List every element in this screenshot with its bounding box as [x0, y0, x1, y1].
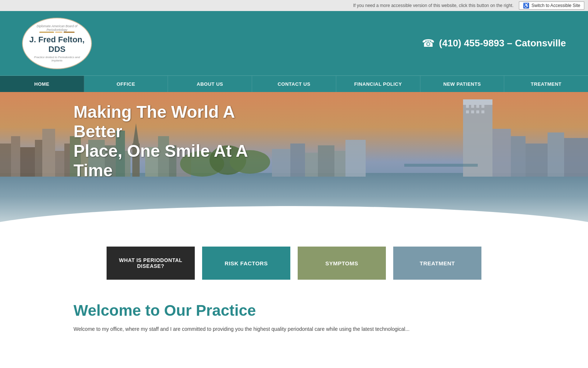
svg-rect-35	[511, 136, 526, 177]
svg-rect-45	[345, 140, 366, 177]
nav-item-contact[interactable]: CONTACT US	[252, 76, 336, 92]
svg-rect-2	[0, 144, 11, 177]
svg-rect-39	[404, 164, 478, 167]
phone-icon: ☎	[422, 37, 435, 49]
nav-item-about[interactable]: ABOUT US	[168, 76, 252, 92]
svg-rect-31	[471, 110, 474, 113]
svg-rect-34	[492, 129, 511, 177]
logo-name: J. Fred Felton, DDS	[28, 35, 86, 54]
hero-headline: Making The World A Better Place, One Smi…	[74, 102, 276, 180]
accessibility-topbar: If you need a more accessible version of…	[0, 0, 588, 11]
welcome-body: Welcome to my office, where my staff and…	[74, 325, 514, 333]
hero-headline-line2: Place, One Smile At A Time	[74, 141, 276, 180]
svg-rect-26	[466, 105, 469, 108]
svg-rect-38	[564, 138, 588, 177]
svg-rect-37	[548, 132, 564, 177]
svg-rect-27	[471, 105, 474, 108]
svg-rect-6	[42, 129, 55, 177]
hero-headline-line1: Making The World A Better	[74, 102, 276, 141]
logo-decoration	[39, 32, 75, 33]
hero-section: Making The World A Better Place, One Smi…	[0, 92, 588, 232]
svg-rect-33	[481, 110, 484, 113]
svg-rect-42	[305, 153, 318, 177]
svg-rect-25	[463, 99, 492, 105]
logo-top-text: Diplomate American Board of Periodontolo…	[28, 24, 86, 32]
svg-rect-41	[290, 144, 305, 177]
site-header: Diplomate American Board of Periodontolo…	[0, 11, 588, 75]
nav-item-office[interactable]: OFFICE	[84, 76, 168, 92]
svg-rect-28	[476, 105, 479, 108]
svg-rect-36	[526, 144, 548, 177]
phone-number: (410) 455-9893 – Catonsville	[439, 38, 566, 49]
svg-rect-32	[476, 110, 479, 113]
svg-rect-4	[20, 147, 35, 177]
card-periodontal-disease[interactable]: WHAT IS PERIODONTAL DISEASE?	[107, 247, 195, 280]
nav-item-home[interactable]: HOME	[0, 76, 84, 92]
svg-rect-5	[35, 140, 42, 177]
logo-bottom-text: Practice limited to Periodontics and Imp…	[28, 56, 86, 62]
svg-rect-3	[11, 136, 20, 177]
welcome-section: Welcome to Our Practice Welcome to my of…	[0, 287, 588, 348]
svg-rect-30	[466, 110, 469, 113]
accessibility-info-text: If you need a more accessible version of…	[353, 3, 513, 8]
phone-area: ☎ (410) 455-9893 – Catonsville	[422, 37, 566, 49]
svg-rect-44	[334, 151, 345, 177]
nav-item-treatment[interactable]: TREATMENT	[504, 76, 588, 92]
nav-item-financial[interactable]: FINANCIAL POLICY	[336, 76, 420, 92]
svg-rect-8	[64, 144, 70, 177]
main-navigation: HOME OFFICE ABOUT US CONTACT US FINANCIA…	[0, 75, 588, 92]
info-cards-section: WHAT IS PERIODONTAL DISEASE? RISK FACTOR…	[0, 232, 588, 287]
switch-accessible-label: Switch to Accessible Site	[531, 3, 580, 8]
svg-rect-43	[318, 145, 334, 177]
switch-accessible-button[interactable]: ♿ Switch to Accessible Site	[519, 1, 584, 10]
svg-rect-7	[55, 151, 64, 177]
card-treatment[interactable]: TREATMENT	[393, 247, 481, 280]
nav-item-new-patients[interactable]: NEW PATIENTS	[420, 76, 505, 92]
card-risk-factors[interactable]: RISK FACTORS	[202, 247, 290, 280]
svg-rect-29	[481, 105, 484, 108]
logo[interactable]: Diplomate American Board of Periodontolo…	[22, 18, 92, 69]
welcome-title: Welcome to Our Practice	[74, 302, 514, 319]
card-symptoms[interactable]: SYMPTOMS	[298, 247, 386, 280]
wheelchair-icon: ♿	[523, 3, 529, 8]
